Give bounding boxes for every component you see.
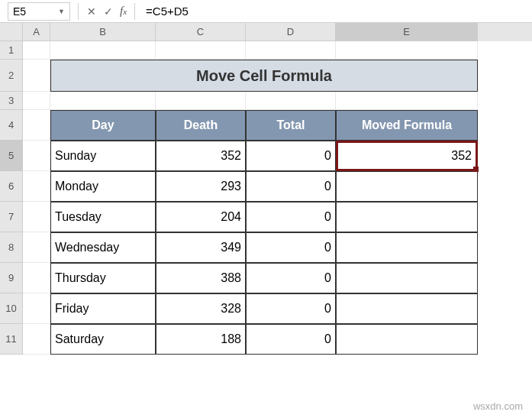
cell-A6[interactable] — [23, 171, 50, 202]
divider — [134, 3, 135, 20]
cell-B3[interactable] — [50, 92, 156, 110]
title-cell[interactable]: Move Cell Formula — [50, 60, 478, 92]
cell-B10[interactable]: Friday — [50, 293, 156, 324]
formula-input[interactable] — [140, 2, 532, 21]
header-total[interactable]: Total — [246, 110, 336, 141]
col-header-D[interactable]: D — [246, 23, 336, 41]
cell-A4[interactable] — [23, 110, 50, 141]
cells-area: Move Cell Formula Day Death Total Moved … — [23, 41, 532, 355]
select-all-corner[interactable] — [0, 23, 23, 41]
cell-E6[interactable] — [336, 171, 478, 202]
cell-D7[interactable]: 0 — [246, 202, 336, 232]
spreadsheet-grid: 1 2 3 4 5 6 7 8 9 10 11 A B C D E — [0, 23, 532, 418]
row-header-8[interactable]: 8 — [0, 232, 23, 263]
cell-C3[interactable] — [156, 92, 246, 110]
cell-E7[interactable] — [336, 202, 478, 232]
header-day[interactable]: Day — [50, 110, 156, 141]
cell-B9[interactable]: Thursday — [50, 263, 156, 293]
row-header-7[interactable]: 7 — [0, 202, 23, 232]
cell-A8[interactable] — [23, 232, 50, 263]
row-header-1[interactable]: 1 — [0, 41, 23, 60]
cell-E10[interactable] — [336, 293, 478, 324]
cell-D11[interactable]: 0 — [246, 324, 336, 355]
cell-D6[interactable]: 0 — [246, 171, 336, 202]
cell-A7[interactable] — [23, 202, 50, 232]
cell-E9[interactable] — [336, 263, 478, 293]
cell-C6[interactable]: 293 — [156, 171, 246, 202]
cell-B7[interactable]: Tuesday — [50, 202, 156, 232]
header-death[interactable]: Death — [156, 110, 246, 141]
cell-C5[interactable]: 352 — [156, 141, 246, 171]
row-headers: 1 2 3 4 5 6 7 8 9 10 11 — [0, 41, 23, 355]
row-header-6[interactable]: 6 — [0, 171, 23, 202]
row-header-10[interactable]: 10 — [0, 293, 23, 324]
header-moved[interactable]: Moved Formula — [336, 110, 478, 141]
column-headers: A B C D E — [23, 23, 532, 41]
cell-D10[interactable]: 0 — [246, 293, 336, 324]
fx-icon[interactable]: fx — [120, 5, 127, 18]
cell-E5[interactable]: 352 — [336, 141, 478, 171]
cell-C8[interactable]: 349 — [156, 232, 246, 263]
name-box-dropdown-icon[interactable]: ▼ — [58, 8, 65, 15]
cell-A5[interactable] — [23, 141, 50, 171]
name-box-value: E5 — [13, 5, 58, 18]
enter-icon[interactable]: ✓ — [100, 3, 117, 20]
cell-C9[interactable]: 388 — [156, 263, 246, 293]
cell-E3[interactable] — [336, 92, 478, 110]
row-header-11[interactable]: 11 — [0, 324, 23, 355]
row-header-3[interactable]: 3 — [0, 92, 23, 110]
cell-B8[interactable]: Wednesday — [50, 232, 156, 263]
cell-B1[interactable] — [50, 41, 156, 60]
watermark: wsxdn.com — [473, 400, 523, 412]
col-header-E[interactable]: E — [336, 23, 478, 41]
cell-A1[interactable] — [23, 41, 50, 60]
cell-E1[interactable] — [336, 41, 478, 60]
cell-A11[interactable] — [23, 324, 50, 355]
cell-A10[interactable] — [23, 293, 50, 324]
row-header-5[interactable]: 5 — [0, 141, 23, 171]
cell-A2[interactable] — [23, 60, 50, 92]
col-header-C[interactable]: C — [156, 23, 246, 41]
cell-D8[interactable]: 0 — [246, 232, 336, 263]
row-header-9[interactable]: 9 — [0, 263, 23, 293]
cell-C11[interactable]: 188 — [156, 324, 246, 355]
cell-D9[interactable]: 0 — [246, 263, 336, 293]
cell-E11[interactable] — [336, 324, 478, 355]
cell-D1[interactable] — [246, 41, 336, 60]
cell-D3[interactable] — [246, 92, 336, 110]
cell-A9[interactable] — [23, 263, 50, 293]
cell-D5[interactable]: 0 — [246, 141, 336, 171]
cell-B5[interactable]: Sunday — [50, 141, 156, 171]
cell-B11[interactable]: Saturday — [50, 324, 156, 355]
cell-B6[interactable]: Monday — [50, 171, 156, 202]
row-header-2[interactable]: 2 — [0, 60, 23, 92]
row-header-4[interactable]: 4 — [0, 110, 23, 141]
cell-A3[interactable] — [23, 92, 50, 110]
cell-C10[interactable]: 328 — [156, 293, 246, 324]
cell-E8[interactable] — [336, 232, 478, 263]
col-header-A[interactable]: A — [23, 23, 50, 41]
name-box[interactable]: E5 ▼ — [8, 2, 70, 21]
divider — [78, 3, 79, 20]
formula-bar: E5 ▼ ✕ ✓ fx — [0, 0, 532, 23]
cell-C1[interactable] — [156, 41, 246, 60]
col-header-B[interactable]: B — [50, 23, 156, 41]
cancel-icon[interactable]: ✕ — [83, 3, 100, 20]
cell-C7[interactable]: 204 — [156, 202, 246, 232]
